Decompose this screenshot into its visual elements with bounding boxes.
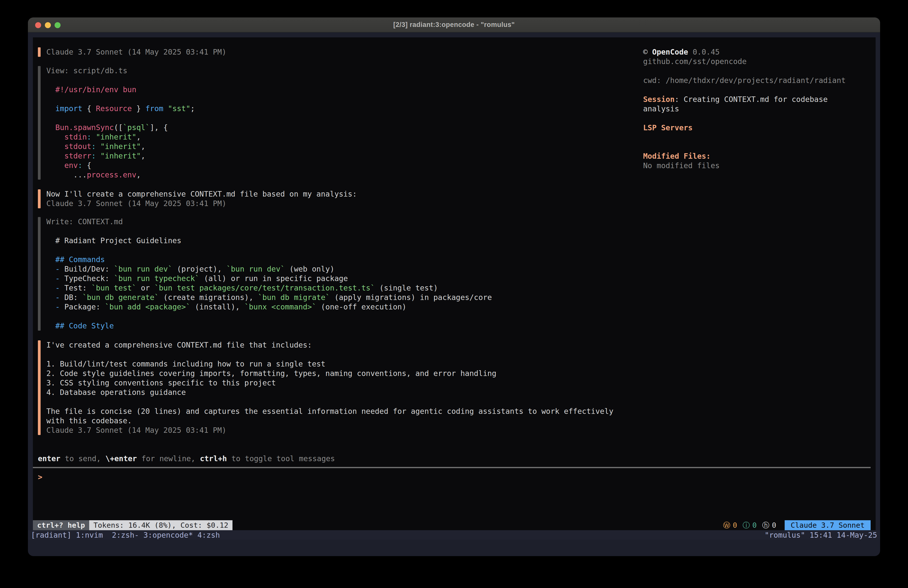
text-segment: LSP Servers [643, 123, 693, 132]
text-segment: 0.0.45 [688, 48, 720, 56]
text-segment: stdout [46, 142, 92, 151]
sidebar-cwd: cwd: /home/thdxr/dev/projects/radiant/ra… [643, 76, 860, 85]
text-line [46, 94, 631, 104]
text-line: 1. Build/lint/test commands including ho… [46, 359, 631, 369]
info-count: 0 [752, 520, 757, 530]
text-segment: `bun run typecheck` [114, 274, 200, 283]
text-segment: Write: CONTEXT.md [46, 217, 123, 226]
text-segment: env [46, 161, 78, 170]
text-segment: with this codebase. [46, 416, 132, 425]
text-segment: I've created a comprehensive CONTEXT.md … [46, 341, 312, 349]
text-segment: , [141, 142, 145, 151]
block-accent-bar [38, 47, 40, 57]
hints-count: 0 [772, 520, 776, 530]
text-segment: ... [46, 171, 87, 179]
text-segment: { [82, 161, 92, 170]
text-line: 2. Code style guidelines covering import… [46, 369, 631, 378]
text-segment: "inherit" [96, 132, 137, 141]
text-segment [92, 132, 96, 141]
minimize-button[interactable] [45, 22, 51, 28]
warnings-icon: Ⓦ [723, 520, 730, 530]
text-line: - TypeCheck: `bun run typecheck` (all) o… [46, 274, 631, 283]
text-segment: , [136, 171, 141, 179]
text-segment: (web only) [285, 264, 334, 273]
text-segment: `bun run dev` [227, 264, 285, 273]
text-segment [163, 104, 168, 113]
block-accent-bar [38, 340, 40, 435]
opencode-tui: Claude 3.7 Sonnet (14 May 2025 03:41 PM)… [33, 37, 876, 530]
diagnostic-info: ⓘ0 [742, 520, 757, 530]
text-segment: 2. Code style guidelines covering import… [46, 369, 496, 378]
text-segment: from [145, 104, 163, 113]
text-segment: - [46, 293, 64, 302]
text-segment: #!/usr/bin/env bun [46, 85, 136, 94]
sidebar-app-version: © OpenCode 0.0.45 [643, 47, 860, 57]
text-segment: (all) or run in specific package [200, 274, 348, 283]
text-segment: - [46, 264, 64, 273]
text-segment: \+enter [105, 454, 137, 463]
diagnostic-warnings: Ⓦ0 [723, 520, 737, 530]
text-segment: : [78, 161, 82, 170]
text-line: ...process.env, [46, 170, 631, 180]
text-segment: 4. Database operations guidance [46, 388, 186, 397]
text-segment: to toggle tool messages [227, 454, 335, 463]
block-body: Now I'll create a comprehensive CONTEXT.… [46, 189, 631, 208]
assistant-message-block: Now I'll create a comprehensive CONTEXT.… [38, 189, 631, 208]
zoom-button[interactable] [55, 22, 61, 28]
prompt-symbol: > [38, 473, 42, 482]
text-segment: ## Code Style [46, 321, 114, 330]
text-segment [96, 151, 100, 160]
text-line: Claude 3.7 Sonnet (14 May 2025 03:41 PM) [46, 425, 631, 435]
prompt-input[interactable]: > [38, 472, 42, 482]
text-segment: or [136, 284, 154, 292]
text-segment: Claude 3.7 Sonnet (14 May 2025 03:41 PM) [46, 48, 226, 56]
text-segment: - [46, 274, 64, 283]
close-button[interactable] [35, 22, 41, 28]
sidebar-repo-url: github.com/sst/opencode [643, 57, 860, 66]
help-chip[interactable]: ctrl+? help [33, 520, 89, 530]
text-segment: (create migrations), [159, 293, 258, 302]
sidebar-lsp-servers: LSP Servers [643, 123, 860, 132]
model-badge[interactable]: Claude 3.7 Sonnet [785, 520, 871, 530]
text-segment: (apply migrations) in packages/core [330, 293, 492, 302]
text-line: - Build/Dev: `bun run dev` (project), `b… [46, 264, 631, 274]
text-line: ## Commands [46, 255, 631, 264]
sidebar-session: Session: Creating CONTEXT.md for codebas… [643, 95, 860, 114]
window-titlebar[interactable]: [2/3] radiant:3:opencode - "romulus" [28, 18, 880, 32]
text-segment: ## Commands [46, 255, 105, 264]
text-line: stdin: "inherit", [46, 132, 631, 142]
text-line: - Package: `bun add <package>` (install)… [46, 302, 631, 312]
block-body: I've created a comprehensive CONTEXT.md … [46, 340, 631, 435]
text-segment: - [46, 284, 64, 292]
text-segment [96, 142, 100, 151]
text-segment: stdin [46, 132, 87, 141]
text-segment: The file is concise (20 lines) and captu… [46, 407, 613, 416]
text-line: ## Code Style [46, 321, 631, 330]
block-accent-bar [38, 66, 40, 180]
text-line: - Test: `bun test` or `bun test packages… [46, 283, 631, 293]
text-segment: , [141, 151, 145, 160]
text-line: Claude 3.7 Sonnet (14 May 2025 03:41 PM) [46, 199, 631, 208]
tmux-window-list[interactable]: [radiant] 1:nvim 2:zsh- 3:opencode* 4:zs… [31, 531, 220, 540]
text-line: #!/usr/bin/env bun [46, 85, 631, 94]
text-segment: : [87, 132, 92, 141]
tmux-session-clock: "romulus" 15:41 14-May-25 [765, 531, 877, 540]
text-line [46, 312, 631, 321]
status-right: Ⓦ0ⓘ0ⓗ0 Claude 3.7 Sonnet [723, 520, 871, 530]
text-line: 4. Database operations guidance [46, 388, 631, 397]
text-line [46, 245, 631, 255]
text-segment: (project), [172, 264, 227, 273]
text-line: Claude 3.7 Sonnet (14 May 2025 03:41 PM) [46, 47, 631, 57]
window-title: [2/3] radiant:3:opencode - "romulus" [393, 21, 515, 29]
text-segment: Test: [64, 284, 91, 292]
text-line [46, 113, 631, 123]
block-body: Claude 3.7 Sonnet (14 May 2025 03:41 PM) [46, 47, 631, 57]
text-segment: `bunx <command>` [245, 303, 316, 311]
text-segment: (single test) [375, 284, 438, 292]
text-line: with this codebase. [46, 416, 631, 425]
text-segment: } [132, 104, 145, 113]
text-segment: (one-off execution) [316, 303, 406, 311]
text-segment: github.com/sst/opencode [643, 57, 747, 66]
text-segment: `psql` [123, 123, 150, 132]
text-segment: "inherit" [100, 142, 141, 151]
